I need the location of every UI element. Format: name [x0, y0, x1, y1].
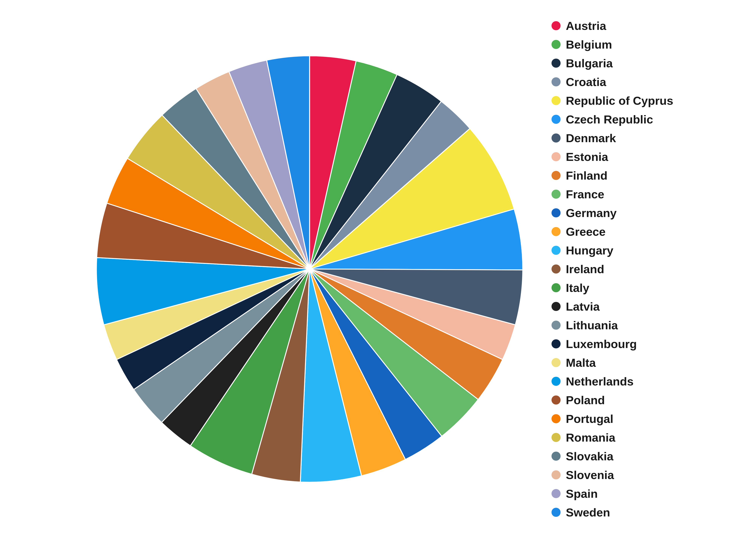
legend-item-romania: Romania — [551, 431, 673, 444]
legend-dot — [551, 96, 561, 105]
legend-dot — [551, 358, 561, 367]
legend-item-denmark: Denmark — [551, 132, 673, 145]
legend-label: Portugal — [566, 412, 613, 425]
legend-dot — [551, 377, 561, 386]
legend-item-croatia: Croatia — [551, 75, 673, 89]
legend-label: Germany — [566, 206, 617, 220]
legend-label: Luxembourg — [566, 337, 637, 351]
legend-dot — [551, 283, 561, 292]
legend-item-belgium: Belgium — [551, 38, 673, 51]
legend-dot — [551, 40, 561, 49]
legend-dot — [551, 77, 561, 86]
legend-item-portugal: Portugal — [551, 412, 673, 425]
legend-label: Greece — [566, 225, 606, 239]
legend-label: Croatia — [566, 75, 606, 89]
legend-dot — [551, 414, 561, 423]
pie-chart — [83, 42, 536, 496]
legend-label: Romania — [566, 431, 615, 444]
legend-label: Netherlands — [566, 375, 633, 388]
legend-dot — [551, 115, 561, 124]
legend-label: Estonia — [566, 150, 608, 164]
legend-item-republic-of-cyprus: Republic of Cyprus — [551, 94, 673, 107]
legend-item-poland: Poland — [551, 393, 673, 407]
legend-item-slovenia: Slovenia — [551, 468, 673, 482]
legend-label: Finland — [566, 169, 607, 182]
legend-item-latvia: Latvia — [551, 300, 673, 313]
legend-dot — [551, 227, 561, 236]
legend-label: Malta — [566, 356, 596, 369]
legend-dot — [551, 189, 561, 199]
legend-item-bulgaria: Bulgaria — [551, 57, 673, 70]
legend-label: Italy — [566, 281, 589, 295]
legend-item-netherlands: Netherlands — [551, 375, 673, 388]
legend-label: Austria — [566, 19, 606, 32]
legend-dot — [551, 302, 561, 311]
legend-label: Republic of Cyprus — [566, 94, 673, 107]
legend-dot — [551, 433, 561, 442]
legend-item-greece: Greece — [551, 225, 673, 239]
legend-label: Slovenia — [566, 468, 614, 482]
legend-dot — [551, 21, 561, 30]
legend-item-finland: Finland — [551, 169, 673, 182]
chart-container: AustriaBelgiumBulgariaCroatiaRepublic of… — [0, 0, 756, 538]
legend-dot — [551, 396, 561, 404]
legend-item-germany: Germany — [551, 206, 673, 220]
legend-item-hungary: Hungary — [551, 244, 673, 257]
legend-item-luxembourg: Luxembourg — [551, 337, 673, 351]
legend-label: Poland — [566, 393, 605, 407]
legend-label: Lithuania — [566, 319, 618, 332]
legend-item-czech-republic: Czech Republic — [551, 113, 673, 126]
legend-dot — [551, 171, 561, 180]
legend-label: Sweden — [566, 506, 610, 519]
legend-label: France — [566, 188, 604, 201]
legend-item-austria: Austria — [551, 19, 673, 32]
legend-item-estonia: Estonia — [551, 150, 673, 164]
legend-dot — [551, 264, 561, 274]
legend-dot — [551, 59, 561, 68]
legend-label: Slovakia — [566, 450, 614, 463]
legend-label: Ireland — [566, 262, 604, 276]
legend-dot — [551, 134, 561, 142]
legend-item-malta: Malta — [551, 356, 673, 369]
legend-label: Spain — [566, 487, 598, 500]
legend-label: Belgium — [566, 38, 612, 51]
legend-dot — [551, 452, 561, 461]
legend-label: Denmark — [566, 132, 616, 145]
legend-dot — [551, 321, 561, 330]
legend-dot — [551, 489, 561, 498]
legend-label: Bulgaria — [566, 57, 613, 70]
legend-label: Hungary — [566, 244, 613, 257]
legend-dot — [551, 339, 561, 349]
legend-label: Czech Republic — [566, 113, 653, 126]
legend-label: Latvia — [566, 300, 600, 313]
legend-item-lithuania: Lithuania — [551, 319, 673, 332]
legend-item-slovakia: Slovakia — [551, 450, 673, 463]
legend-dot — [551, 470, 561, 479]
legend-item-sweden: Sweden — [551, 506, 673, 519]
legend-dot — [551, 508, 561, 517]
legend-item-france: France — [551, 188, 673, 201]
chart-legend: AustriaBelgiumBulgariaCroatiaRepublic of… — [536, 19, 673, 519]
legend-dot — [551, 208, 561, 217]
legend-item-spain: Spain — [551, 487, 673, 500]
legend-dot — [551, 246, 561, 255]
legend-item-ireland: Ireland — [551, 262, 673, 276]
legend-dot — [551, 152, 561, 161]
legend-item-italy: Italy — [551, 281, 673, 295]
